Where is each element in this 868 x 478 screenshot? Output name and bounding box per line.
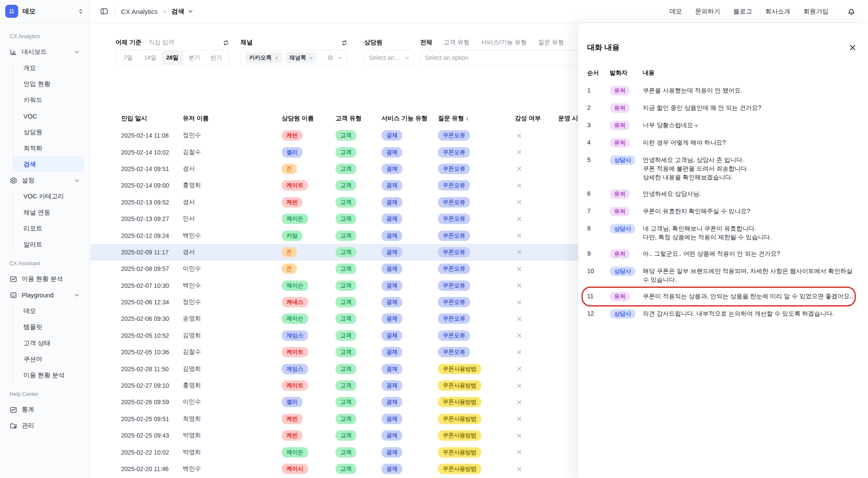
message-order: 4 [587, 138, 610, 147]
remove-tag-icon[interactable]: × [275, 55, 278, 61]
nav-link[interactable]: 문의하기 [695, 7, 720, 16]
service-type-badge: 결제 [381, 313, 402, 324]
message-order: 8 [587, 224, 610, 233]
type-tab[interactable]: 전체 [420, 39, 432, 46]
message-speaker: 상담사 [610, 224, 643, 234]
date-range-button[interactable]: 반기 [205, 51, 227, 65]
cell-agent-name: 케이트 [282, 347, 335, 357]
message-speaker: 유저 [610, 207, 643, 216]
service-type-badge: 결제 [381, 347, 402, 357]
workspace-switcher-icon[interactable] [77, 8, 84, 15]
sidebar-subitem[interactable]: 리포트 [13, 221, 84, 237]
column-header[interactable]: 질문 유형↓ [438, 115, 515, 122]
remove-tag-icon[interactable]: × [309, 55, 313, 61]
column-header[interactable]: 강성 여부 [515, 115, 558, 122]
cell-service-type: 결제 [381, 364, 438, 374]
panel-column-header: 내용 [643, 69, 859, 77]
close-icon[interactable] [848, 43, 859, 52]
column-header[interactable]: 상담원 이름 [282, 115, 335, 122]
cell-agent-name: 제이슨 [282, 313, 335, 324]
sidebar-item[interactable]: 이용 현황 분석 [5, 271, 84, 287]
channel-select[interactable]: 카카오톡×채널톡× [240, 50, 348, 66]
sidebar-subitem[interactable]: 상담원 [13, 124, 84, 140]
service-type-badge: 결제 [381, 130, 402, 141]
chevron-down-icon[interactable] [337, 55, 343, 61]
sidebar-subitem[interactable]: 템플릿 [13, 319, 84, 335]
channel-tag[interactable]: 카카오톡× [245, 52, 282, 63]
date-range-button[interactable]: 14일 [139, 51, 161, 65]
sidebar-item[interactable]: Playground [5, 287, 84, 303]
sidebar-toggle-icon[interactable] [100, 7, 108, 16]
date-custom-label[interactable]: 직접 입력 [148, 39, 174, 46]
sidebar-subitem[interactable]: 최적화 [13, 140, 84, 156]
speaker-badge: 유저 [610, 249, 630, 259]
cell-agent-name: 켈리 [282, 397, 335, 407]
sidebar-item[interactable]: 관리 [5, 418, 84, 434]
sidebar-subitem[interactable]: 이용 현황 분석 [13, 367, 84, 383]
cell-datetime: 2025-02-14 11:08 [121, 132, 183, 139]
customer-type-badge: 고객 [335, 180, 356, 191]
date-range-button[interactable]: 7일 [117, 51, 139, 65]
type-tab[interactable]: 고객 유형 [444, 39, 470, 46]
agent-badge: 제임스 [282, 364, 308, 374]
nav-link[interactable]: 회원가입 [803, 7, 829, 16]
nav-link[interactable]: 회사소개 [765, 7, 790, 16]
agent-select[interactable]: Select an option [364, 50, 415, 66]
column-header[interactable]: 유저 이름 [183, 115, 282, 122]
type-tab[interactable]: 질문 유형 [538, 39, 564, 46]
cell-service-type: 결제 [381, 447, 438, 458]
x-mark-icon [515, 266, 558, 272]
refresh-icon[interactable] [223, 40, 229, 46]
sidebar-subitem[interactable]: 검색 [13, 156, 84, 172]
sidebar-subitem[interactable]: VOC 카테고리 [13, 188, 84, 204]
sidebar-subitem[interactable]: 데모 [13, 303, 84, 319]
sidebar-subitem[interactable]: 고객 상태 [13, 335, 84, 351]
sidebar-subitem[interactable]: 알러트 [13, 237, 84, 253]
breadcrumb-current[interactable]: 검색 [171, 7, 194, 16]
type-tab[interactable]: 서비스/기능 유형 [481, 39, 527, 46]
cell-service-type: 결제 [381, 430, 438, 441]
speaker-badge: 상담사 [610, 267, 635, 276]
chevron-down-icon[interactable] [404, 55, 410, 61]
cell-agent-name: 켈리 [282, 147, 335, 158]
clear-selection-icon[interactable] [327, 54, 334, 61]
sidebar-subitem[interactable]: 인입 현황 [13, 76, 84, 92]
date-range-button[interactable]: 28일 [161, 51, 184, 65]
channel-tag[interactable]: 채널톡× [286, 52, 317, 63]
sidebar-item[interactable]: 설정 [5, 172, 84, 188]
sidebar-subitem[interactable]: 키워드 [13, 92, 84, 108]
sidebar-item[interactable]: 대시보드 [5, 44, 84, 60]
line-chart-icon [10, 275, 17, 283]
cell-customer-type: 고객 [335, 280, 381, 291]
column-header[interactable]: 인입 일시 [121, 115, 183, 122]
nav-link[interactable]: 데모 [670, 7, 682, 16]
sidebar-subitem[interactable]: 개요 [13, 60, 84, 76]
date-range-button[interactable]: 분기 [183, 51, 205, 65]
sidebar-subitems: VOC 카테고리채널 연동리포트알러트 [13, 188, 84, 253]
speaker-badge: 유저 [610, 86, 630, 96]
sidebar-subitem[interactable]: 채널 연동 [13, 204, 84, 221]
breadcrumb-root[interactable]: CX Analytics [121, 8, 158, 15]
refresh-icon[interactable] [341, 40, 348, 46]
cell-agent-name: 카일 [282, 231, 335, 241]
cell-sentiment [515, 216, 558, 222]
sidebar: 데모 CX Analytics대시보드개요인입 현황키워드VOC상담원최적화검색… [0, 0, 90, 478]
service-type-badge: 결제 [381, 430, 402, 441]
message-content: 아.. 그렇군요.. 어떤 상품에 적용이 안 되는 건가요? [643, 249, 859, 258]
notification-bell-icon[interactable] [847, 7, 856, 16]
date-preset-label[interactable]: 어제 기준 [115, 39, 141, 46]
column-header[interactable]: 고객 유형 [335, 115, 381, 122]
service-type-badge: 결제 [381, 247, 402, 257]
cell-sentiment [515, 349, 558, 355]
cell-datetime: 2025-02-13 09:52 [121, 199, 183, 206]
sidebar-subitem[interactable]: 쿠션어 [13, 351, 84, 367]
sidebar-item-label: 통계 [22, 405, 80, 414]
sidebar-subitem[interactable]: VOC [13, 108, 84, 124]
nav-link[interactable]: 블로그 [733, 7, 753, 16]
cell-user-name: 민서 [183, 215, 282, 223]
column-header[interactable]: 서비스 기능 유형 [381, 115, 438, 122]
cell-service-type: 결제 [381, 180, 438, 191]
cell-sentiment [515, 466, 558, 472]
sidebar-item[interactable]: 통계 [5, 402, 84, 418]
building-icon [10, 291, 17, 299]
